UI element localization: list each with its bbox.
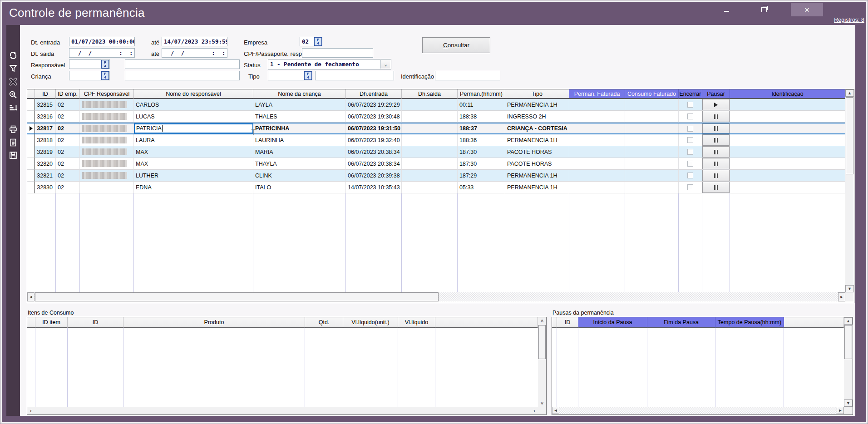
pause-button[interactable] — [702, 146, 730, 158]
table-row[interactable]: 3281902MAXMARIA06/07/2023 20:38:34187:30… — [27, 146, 845, 158]
print-icon[interactable] — [9, 125, 18, 134]
inline-edit-cell[interactable]: PATRICIA — [134, 123, 253, 133]
scroll-down-button[interactable]: ▼ — [845, 285, 854, 292]
dt-entrada-ate-input[interactable]: 14/07/2023 23:59:59 — [162, 37, 227, 46]
clear-filter-icon[interactable] — [9, 77, 18, 86]
restore-button[interactable] — [754, 3, 774, 16]
scroll-up-button[interactable]: ▲ — [844, 317, 853, 325]
column-header-produto[interactable]: Produto — [123, 317, 305, 328]
cpf-input[interactable] — [302, 48, 373, 58]
tipo-name-input[interactable] — [315, 71, 394, 80]
column-header-gutter[interactable] — [552, 317, 557, 328]
encerrar-checkbox[interactable] — [687, 184, 693, 190]
column-header-consumo_fat[interactable]: Consumo Faturado — [625, 89, 679, 99]
column-header-pausar[interactable]: Pausar — [702, 89, 730, 99]
encerrar-checkbox[interactable] — [687, 161, 693, 167]
encerrar-checkbox[interactable] — [687, 113, 693, 119]
encerrar-checkbox[interactable] — [687, 102, 693, 108]
report-icon[interactable] — [9, 138, 18, 147]
column-header-id[interactable]: ID — [35, 89, 56, 99]
dt-saida-input[interactable]: / / : : — [69, 48, 135, 58]
encerrar-checkbox[interactable] — [687, 149, 693, 155]
status-dropdown[interactable]: 1 - Pendente de fechamento ⌄ — [268, 59, 391, 69]
consultar-button[interactable]: Consultar — [422, 37, 490, 53]
refresh-icon[interactable] — [9, 51, 18, 60]
column-header-vl_unit[interactable]: Vl.líquido(unit.) — [343, 317, 398, 328]
zoom-icon[interactable] — [9, 90, 18, 99]
column-header-inicio[interactable]: Início da Pausa — [578, 317, 647, 328]
scroll-left-button[interactable]: ◄ — [552, 407, 559, 414]
minimize-button[interactable] — [716, 3, 736, 16]
pause-button[interactable] — [702, 158, 730, 169]
column-header-id[interactable]: ID — [557, 317, 578, 328]
table-row[interactable]: 3281802LAURALAURINHA06/07/2023 19:32:401… — [27, 134, 845, 146]
column-header-cpf[interactable]: CPF Responsável — [80, 89, 134, 99]
column-header-perman[interactable]: Perman.(hh:mm) — [458, 89, 505, 99]
column-header-filler[interactable] — [784, 317, 844, 328]
column-header-nome[interactable]: Nome do responsável — [134, 89, 253, 99]
table-row[interactable]: 3282002MAXTHAYLA06/07/2023 20:38:34187:3… — [27, 158, 845, 170]
column-header-saida[interactable]: Dh.saída — [402, 89, 458, 99]
table-row[interactable]: 3281502CARLOSLAYLA06/07/2023 19:29:2900:… — [27, 99, 845, 111]
column-header-entrada[interactable]: Dh.entrada — [346, 89, 402, 99]
dt-saida-ate-input[interactable]: / / : : — [162, 48, 227, 58]
column-header-vl[interactable]: Vl.líquido — [398, 317, 435, 328]
chevron-down-icon[interactable]: ⌄ — [380, 60, 390, 69]
scroll-right-button[interactable]: › — [531, 407, 538, 414]
scroll-right-button[interactable]: ► — [838, 292, 845, 301]
vertical-scroll-thumb[interactable] — [538, 325, 546, 359]
table-row[interactable]: 3281602LUCASTHALES06/07/2023 19:30:48188… — [27, 111, 845, 123]
column-header-crianca[interactable]: Nome da criança — [253, 89, 346, 99]
column-header-emp[interactable]: ID emp. — [56, 89, 80, 99]
column-header-id[interactable]: ID — [68, 317, 123, 328]
scroll-up-button[interactable]: ˄ — [538, 317, 546, 325]
pause-button[interactable] — [702, 170, 730, 181]
crianca-name-input[interactable] — [125, 71, 240, 80]
encerrar-checkbox[interactable] — [687, 173, 693, 178]
column-header-ident[interactable]: Identificação — [730, 89, 845, 99]
column-header-gutter[interactable] — [27, 89, 35, 99]
column-header-gutter[interactable] — [27, 317, 35, 328]
column-header-fim[interactable]: Fim da Pausa — [647, 317, 715, 328]
crianca-f4-lookup-button[interactable]: F4 — [101, 71, 109, 80]
pause-button[interactable] — [702, 111, 730, 122]
column-header-tempo[interactable]: Tempo de Pausa(hh:mm) — [715, 317, 784, 328]
vertical-scroll-thumb[interactable] — [846, 97, 853, 174]
empresa-f4-lookup-button[interactable]: F4 — [314, 37, 322, 46]
tipo-f4-lookup-button[interactable]: F4 — [304, 71, 312, 80]
column-header-qtd[interactable]: Qtd. — [305, 317, 343, 328]
responsavel-f4-lookup-button[interactable]: F4 — [101, 60, 109, 69]
scroll-down-button[interactable]: ▼ — [844, 399, 853, 407]
column-header-id_item[interactable]: ID item — [35, 317, 68, 328]
records-count-link[interactable]: Registros: 8 — [834, 17, 864, 23]
pause-button[interactable] — [702, 123, 730, 133]
table-row[interactable]: 3282102LUTHERCLINK06/07/2023 20:39:38187… — [27, 170, 845, 182]
table-row[interactable]: 3283002EDNAITALO14/07/2023 10:35:4305:33… — [27, 182, 845, 193]
save-icon[interactable] — [9, 151, 18, 160]
pause-button[interactable] — [702, 134, 730, 146]
column-header-filler[interactable] — [435, 317, 538, 328]
column-header-encerrar[interactable]: Encerrar — [679, 89, 702, 99]
scroll-left-button[interactable]: ‹ — [27, 407, 35, 414]
table-row[interactable]: 3281702PATRICIAPATRICINHA06/07/2023 19:3… — [27, 123, 845, 134]
scroll-right-button[interactable]: ► — [837, 407, 844, 414]
play-button[interactable] — [702, 99, 730, 110]
horizontal-scrollbar[interactable] — [552, 407, 844, 414]
horizontal-scrollbar[interactable] — [27, 407, 538, 414]
encerrar-checkbox[interactable] — [687, 126, 693, 132]
scroll-left-button[interactable]: ◄ — [27, 292, 35, 301]
pause-button[interactable] — [702, 182, 730, 193]
identificacao-input[interactable] — [435, 71, 500, 80]
column-header-tipo[interactable]: Tipo — [505, 89, 569, 99]
column-header-perman_fat[interactable]: Perman. Faturada — [569, 89, 625, 99]
close-button[interactable]: × — [791, 3, 823, 16]
dt-entrada-input[interactable]: 01/07/2023 00:00:00 — [69, 37, 135, 46]
sort-icon[interactable] — [9, 104, 18, 113]
filter-icon[interactable] — [9, 64, 18, 73]
horizontal-scroll-thumb[interactable] — [35, 292, 439, 301]
scroll-down-button[interactable]: ˅ — [538, 399, 546, 407]
scroll-up-button[interactable]: ▲ — [845, 89, 854, 97]
responsavel-name-input[interactable] — [125, 59, 240, 69]
vertical-scroll-thumb[interactable] — [844, 325, 852, 359]
encerrar-checkbox[interactable] — [687, 137, 693, 143]
